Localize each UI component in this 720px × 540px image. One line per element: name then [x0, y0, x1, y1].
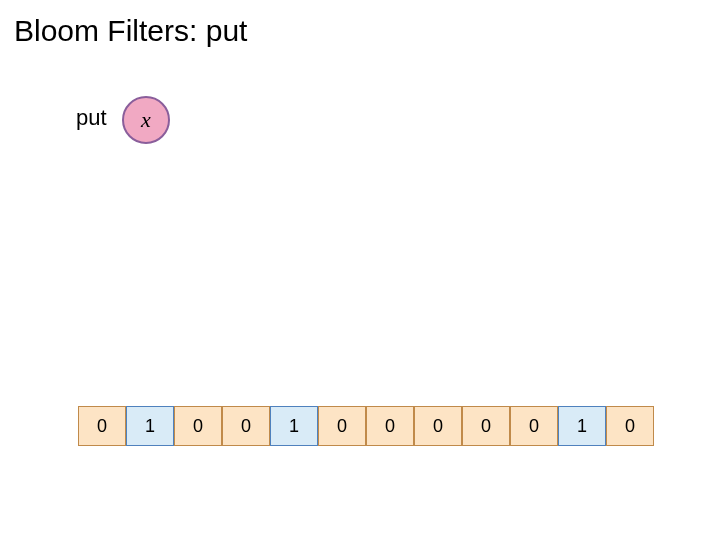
element-x-label: x [141, 107, 151, 133]
bit-cell: 0 [462, 406, 510, 446]
bit-cell: 1 [126, 406, 174, 446]
put-operation-label: put [76, 105, 107, 131]
bit-cell: 0 [606, 406, 654, 446]
bit-cell: 0 [78, 406, 126, 446]
bit-cell: 0 [366, 406, 414, 446]
bit-cell: 0 [510, 406, 558, 446]
bit-cell: 0 [414, 406, 462, 446]
bit-cell: 0 [222, 406, 270, 446]
bit-cell: 0 [318, 406, 366, 446]
bit-array: 0 1 0 0 1 0 0 0 0 0 1 0 [78, 406, 654, 446]
bit-cell: 1 [558, 406, 606, 446]
bit-cell: 0 [174, 406, 222, 446]
element-x-node: x [122, 96, 170, 144]
page-title: Bloom Filters: put [14, 14, 247, 48]
bit-cell: 1 [270, 406, 318, 446]
